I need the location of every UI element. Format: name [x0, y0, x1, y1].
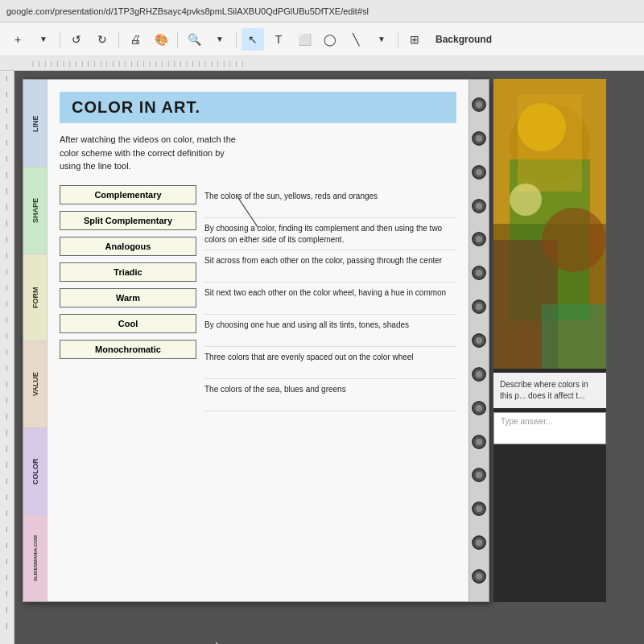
separator-1: [60, 31, 60, 47]
grid-button[interactable]: ⊞: [403, 28, 426, 51]
answer-placeholder: Type answer...: [501, 417, 552, 426]
zoom-dropdown-button[interactable]: ▼: [208, 28, 231, 51]
ruler-vertical: | | | | | | | | | | | | | | | | | | | | …: [0, 71, 14, 644]
term-warm[interactable]: Warm: [60, 288, 196, 308]
browser-url-bar: google.com/presentation/d/1TP3gRHZBsayc4…: [0, 0, 644, 23]
background-label: Background: [436, 34, 492, 45]
def-1: The colors of the sun, yellows, reds and…: [204, 189, 456, 218]
describe-text-box: Describe where colors in this p... does …: [493, 373, 606, 408]
zoom-button[interactable]: 🔍: [183, 28, 205, 51]
instructions-text: After watching the videos on color, matc…: [60, 133, 456, 173]
def-6: Three colors that are evenly spaced out …: [204, 350, 456, 379]
term-complementary[interactable]: Complementary: [60, 185, 196, 204]
line-dropdown-button[interactable]: ▼: [370, 28, 393, 51]
title-box: COLOR IN ART.: [60, 92, 456, 123]
svg-rect-8: [518, 95, 582, 192]
slide-area: LINE SHAPE FORM VALUE COLOR SLIDESMANIA.…: [14, 71, 644, 644]
separator-5: [398, 31, 398, 47]
ring-5: [472, 232, 486, 246]
slide-main-content: COLOR IN ART. After watching the videos …: [47, 80, 469, 601]
term-triadic[interactable]: Triadic: [60, 262, 196, 282]
separator-2: [118, 31, 119, 47]
ring-6: [472, 266, 486, 280]
def-4: Sit next two each other on the color whe…: [204, 286, 456, 315]
line-tool-button[interactable]: ╲: [345, 28, 367, 51]
image-tool-button[interactable]: ⬜: [293, 28, 316, 51]
svg-point-7: [542, 208, 606, 272]
ring-13: [472, 502, 486, 516]
artwork-image: [493, 79, 606, 369]
ring-7: [472, 299, 486, 314]
undo-button[interactable]: ↺: [65, 28, 88, 51]
paint-button[interactable]: 🎨: [150, 28, 172, 51]
ring-4: [472, 199, 486, 213]
terms-column: Complementary Split Complementary Analog…: [60, 185, 196, 411]
ring-2: [472, 131, 486, 146]
def-2: By choosing a color, finding its complem…: [204, 221, 456, 250]
add-button[interactable]: +: [6, 28, 29, 51]
separator-3: [177, 31, 178, 47]
url-text: google.com/presentation/d/1TP3gRHZBsayc4…: [6, 6, 369, 16]
ring-1: [472, 97, 486, 112]
spiral-binding: [469, 80, 489, 601]
print-button[interactable]: 🖨: [124, 28, 147, 51]
def-7: The colors of the sea, blues and greens: [204, 382, 456, 411]
redo-button[interactable]: ↻: [91, 28, 114, 51]
slide-title: COLOR IN ART.: [72, 98, 444, 117]
separator-4: [236, 31, 237, 47]
ring-15: [472, 569, 486, 584]
ruler-marks-h: | | | | | | | | | | | | | | | | | | | | …: [32, 60, 243, 66]
ring-3: [472, 165, 486, 180]
describe-text: Describe where colors in this p... does …: [500, 380, 588, 400]
answer-input-box[interactable]: Type answer...: [493, 412, 606, 444]
painting-svg: [493, 79, 606, 369]
ring-8: [472, 333, 486, 348]
def-5: By choosing one hue and using all its ti…: [204, 318, 456, 347]
tab-shape[interactable]: SHAPE: [23, 167, 47, 254]
svg-point-9: [510, 184, 542, 216]
presentation-slide: LINE SHAPE FORM VALUE COLOR SLIDESMANIA.…: [23, 79, 489, 602]
notebook-tabs: LINE SHAPE FORM VALUE COLOR SLIDESMANIA.…: [23, 80, 47, 601]
tab-bottom: SLIDESMANIA.COM: [23, 514, 47, 601]
dropdown-button[interactable]: ▼: [32, 28, 55, 51]
tab-form[interactable]: FORM: [23, 254, 47, 341]
cursor-tool-button[interactable]: ↖: [242, 28, 264, 51]
ring-9: [472, 367, 486, 382]
right-panel: Describe where colors in this p... does …: [493, 79, 606, 602]
term-cool[interactable]: Cool: [60, 314, 196, 333]
tab-value[interactable]: VALUE: [23, 341, 47, 427]
ring-11: [472, 435, 486, 449]
definitions-column: The colors of the sun, yellows, reds and…: [204, 185, 456, 411]
term-split-complementary[interactable]: Split Complementary: [60, 211, 196, 230]
term-analogous[interactable]: Analogous: [60, 237, 196, 256]
ring-14: [472, 535, 486, 550]
text-tool-button[interactable]: T: [267, 28, 290, 51]
shapes-button[interactable]: ◯: [319, 28, 341, 51]
toolbar: + ▼ ↺ ↻ 🖨 🎨 🔍 ▼ ↖ T ⬜ ◯ ╲ ▼ ⊞ Background: [0, 23, 644, 56]
ring-10: [472, 401, 486, 415]
svg-rect-10: [542, 304, 606, 369]
ruler-horizontal: | | | | | | | | | | | | | | | | | | | | …: [0, 56, 644, 71]
matching-area: Complementary Split Complementary Analog…: [60, 185, 456, 411]
tab-line[interactable]: LINE: [23, 80, 47, 167]
tab-color[interactable]: COLOR: [23, 427, 47, 514]
ring-12: [472, 468, 486, 482]
main-area: | | | | | | | | | | | | | | | | | | | | …: [0, 71, 644, 644]
term-monochromatic[interactable]: Monochromatic: [60, 340, 196, 359]
def-3: Sit across from each other on the color,…: [204, 254, 456, 283]
